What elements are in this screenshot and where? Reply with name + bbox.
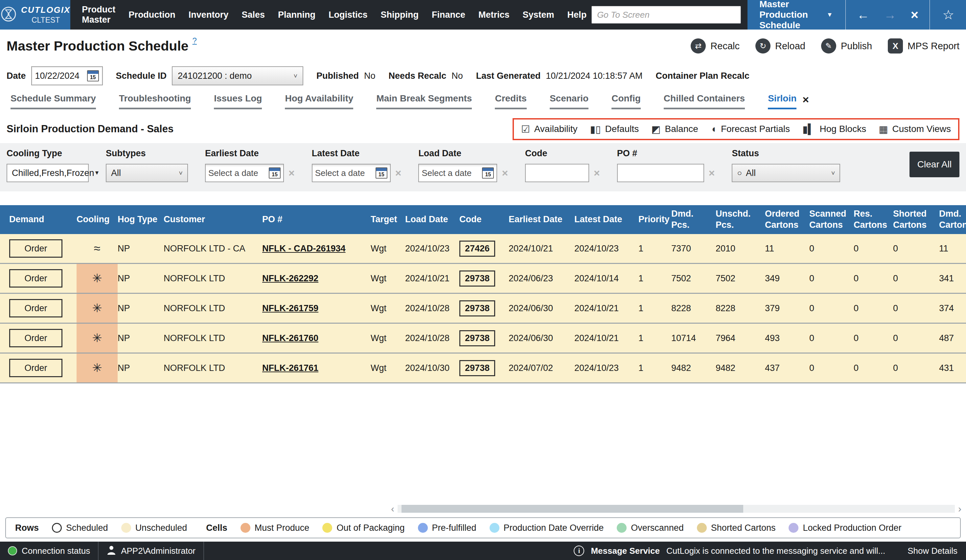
col-header-ordered-cartons[interactable]: Ordered Cartons	[765, 205, 809, 234]
clear-load-date-icon[interactable]: ×	[502, 167, 508, 179]
order-button[interactable]: Order	[9, 269, 62, 288]
subtypes-dropdown[interactable]: All ˅	[106, 164, 188, 182]
clear-po-icon[interactable]: ×	[709, 167, 715, 179]
order-button[interactable]: Order	[9, 239, 62, 258]
calendar-icon[interactable]: 15	[87, 70, 99, 82]
action-button[interactable]: ↻ Reload	[756, 38, 805, 54]
tab[interactable]: Issues Log	[214, 93, 262, 109]
col-header-demand[interactable]: Demand	[9, 205, 77, 234]
menu-item[interactable]: Sales	[237, 0, 270, 29]
col-header-code[interactable]: Code	[459, 205, 509, 234]
date-input[interactable]: 10/22/2024 15	[31, 66, 103, 85]
close-screen-icon[interactable]: ×	[907, 8, 922, 21]
menu-item[interactable]: Shipping	[376, 0, 423, 29]
clear-all-button[interactable]: Clear All	[910, 152, 959, 177]
toolbar-button[interactable]: ◩ Balance	[651, 123, 698, 135]
menu-item[interactable]: Planning	[273, 0, 320, 29]
earliest-date-picker[interactable]: Select a date 15	[205, 164, 284, 182]
col-header-dmd-cartons[interactable]: Dmd. Cartons	[939, 205, 966, 234]
po-link[interactable]: NFLK - CAD-261934	[262, 244, 346, 254]
tab[interactable]: Troubleshooting	[119, 93, 191, 109]
toolbar-button[interactable]: ▦ Custom Views	[879, 123, 951, 135]
clear-earliest-date-icon[interactable]: ×	[289, 167, 295, 179]
clear-latest-date-icon[interactable]: ×	[395, 167, 401, 179]
menu-item[interactable]: System	[518, 0, 559, 29]
col-header-earliest-date[interactable]: Earliest Date	[509, 205, 574, 234]
menu-item[interactable]: Metrics	[473, 0, 514, 29]
code-filter-input[interactable]	[525, 164, 589, 182]
horizontal-scrollbar[interactable]: ‹ ›	[388, 504, 965, 513]
menu-item[interactable]: Logistics	[324, 0, 373, 29]
calendar-icon[interactable]: 15	[376, 167, 388, 178]
col-header-latest-date[interactable]: Latest Date	[574, 205, 638, 234]
scrollbar-thumb[interactable]	[401, 505, 743, 513]
po-link[interactable]: NFLK-261761	[262, 363, 319, 373]
clear-code-icon[interactable]: ×	[594, 167, 600, 179]
col-header-hog-type[interactable]: Hog Type	[118, 205, 164, 234]
po-link[interactable]: NFLK-262292	[262, 273, 319, 283]
col-header-load-date[interactable]: Load Date	[405, 205, 459, 234]
scroll-left-icon[interactable]: ‹	[388, 504, 398, 514]
screen-selector-dropdown[interactable]: Master Production Schedule ▼	[755, 0, 838, 31]
col-header-dmd-pcs[interactable]: Dmd. Pcs.	[671, 205, 716, 234]
favorite-star-icon[interactable]: ☆	[938, 7, 959, 22]
po-filter-input[interactable]	[617, 164, 704, 182]
action-button[interactable]: X MPS Report	[888, 38, 959, 54]
code-cell[interactable]: 29738	[459, 360, 495, 376]
tab[interactable]: Credits	[495, 93, 526, 109]
show-details-link[interactable]: Show Details	[907, 546, 958, 556]
col-header-shorted-cartons[interactable]: Shorted Cartons	[893, 205, 939, 234]
tab[interactable]: Scenario	[550, 93, 588, 109]
cooling-type-dropdown[interactable]: Chilled,Fresh,Frozen ▼	[7, 164, 89, 182]
schedule-id-dropdown[interactable]: 241021200 : demo ˅	[172, 66, 303, 85]
code-cell[interactable]: 29738	[459, 300, 495, 316]
toolbar-button[interactable]: ☑ Availability	[521, 123, 578, 135]
order-button[interactable]: Order	[9, 299, 62, 318]
menu-item[interactable]: Production	[123, 0, 181, 29]
scroll-right-icon[interactable]: ›	[955, 504, 965, 514]
col-header-res-cartons[interactable]: Res. Cartons	[854, 205, 893, 234]
col-header-scanned-cartons[interactable]: Scanned Cartons	[809, 205, 854, 234]
back-arrow-icon[interactable]: ←	[854, 8, 873, 21]
po-link[interactable]: NFLK-261759	[262, 303, 319, 313]
order-button[interactable]: Order	[9, 359, 62, 377]
goto-screen-input[interactable]	[591, 6, 741, 24]
tab[interactable]: Sirloin ×	[768, 93, 809, 109]
code-cell[interactable]: 27426	[459, 241, 495, 257]
tab-close-icon[interactable]: ×	[802, 93, 809, 106]
action-button[interactable]: ⇄ Recalc	[691, 38, 739, 54]
col-header-unschd-pcs[interactable]: Unschd. Pcs.	[716, 205, 765, 234]
scrollbar-track[interactable]	[398, 505, 955, 513]
col-header-po[interactable]: PO #	[262, 205, 371, 234]
col-header-cooling[interactable]: Cooling	[77, 205, 118, 234]
latest-date-picker[interactable]: Select a date 15	[312, 164, 391, 182]
toolbar-button[interactable]: ▮▯ Defaults	[590, 123, 639, 135]
code-cell[interactable]: 29738	[459, 330, 495, 346]
menu-item[interactable]: Inventory	[184, 0, 233, 29]
code-filter-label: Code	[525, 148, 600, 159]
menu-item[interactable]: Help	[562, 0, 592, 29]
toolbar-button[interactable]: ◖ Forecast Partials	[711, 123, 790, 134]
col-header-priority[interactable]: Priority	[638, 205, 671, 234]
load-date-picker[interactable]: Select a date 15	[418, 164, 497, 182]
tab[interactable]: Config	[611, 93, 641, 109]
code-cell[interactable]: 29738	[459, 270, 495, 287]
tab[interactable]: Schedule Summary	[10, 93, 96, 109]
menu-item[interactable]: Product Master	[77, 0, 120, 29]
action-button[interactable]: ✎ Publish	[821, 38, 872, 54]
menu-item[interactable]: Finance	[427, 0, 470, 29]
calendar-icon[interactable]: 15	[482, 167, 494, 178]
hog-type-cell: NP	[118, 354, 164, 382]
col-header-target[interactable]: Target	[371, 205, 405, 234]
tab[interactable]: Hog Availability	[285, 93, 353, 109]
forward-arrow-icon[interactable]: →	[881, 8, 900, 21]
help-link[interactable]: ?	[192, 36, 197, 45]
order-button[interactable]: Order	[9, 329, 62, 347]
toolbar-button[interactable]: ▮▍ Hog Blocks	[802, 123, 866, 135]
tab[interactable]: Main Break Segments	[376, 93, 472, 109]
calendar-icon[interactable]: 15	[269, 167, 281, 178]
tab[interactable]: Chilled Containers	[664, 93, 745, 109]
status-dropdown[interactable]: ○ All ˅	[732, 164, 840, 182]
po-link[interactable]: NFLK-261760	[262, 333, 319, 343]
col-header-customer[interactable]: Customer	[164, 205, 262, 234]
